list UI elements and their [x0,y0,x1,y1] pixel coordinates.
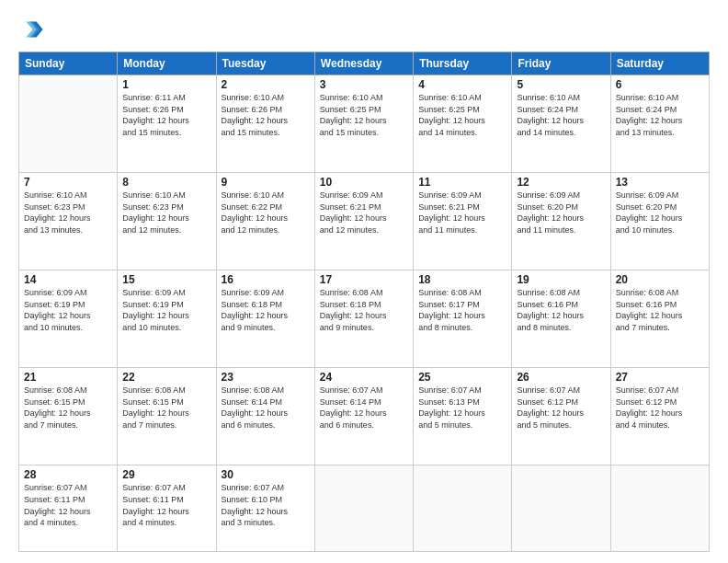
calendar-cell [414,465,512,552]
day-number: 14 [24,273,112,286]
calendar-cell: 25Sunrise: 6:07 AM Sunset: 6:13 PM Dayli… [414,368,512,465]
day-number: 10 [320,176,408,189]
calendar-cell [512,465,610,552]
day-info: Sunrise: 6:09 AM Sunset: 6:18 PM Dayligh… [222,287,310,333]
day-info: Sunrise: 6:08 AM Sunset: 6:14 PM Dayligh… [222,385,310,431]
day-number: 13 [616,176,704,189]
calendar-week-row: 1Sunrise: 6:11 AM Sunset: 6:26 PM Daylig… [19,75,710,173]
day-info: Sunrise: 6:08 AM Sunset: 6:17 PM Dayligh… [418,287,506,333]
day-info: Sunrise: 6:10 AM Sunset: 6:24 PM Dayligh… [517,92,605,138]
day-info: Sunrise: 6:10 AM Sunset: 6:24 PM Dayligh… [616,92,704,138]
day-info: Sunrise: 6:08 AM Sunset: 6:18 PM Dayligh… [320,287,408,333]
calendar-cell: 29Sunrise: 6:07 AM Sunset: 6:11 PM Dayli… [118,465,216,552]
calendar-cell: 9Sunrise: 6:10 AM Sunset: 6:22 PM Daylig… [216,173,314,270]
page: SundayMondayTuesdayWednesdayThursdayFrid… [0,0,728,563]
calendar-cell: 19Sunrise: 6:08 AM Sunset: 6:16 PM Dayli… [512,270,610,368]
calendar-cell: 22Sunrise: 6:08 AM Sunset: 6:15 PM Dayli… [118,368,216,465]
calendar-week-row: 21Sunrise: 6:08 AM Sunset: 6:15 PM Dayli… [19,368,710,465]
calendar-cell: 7Sunrise: 6:10 AM Sunset: 6:23 PM Daylig… [19,173,118,270]
calendar-cell: 16Sunrise: 6:09 AM Sunset: 6:18 PM Dayli… [216,270,314,368]
day-info: Sunrise: 6:10 AM Sunset: 6:25 PM Dayligh… [320,92,408,138]
calendar-cell [610,465,709,552]
day-number: 25 [418,371,506,384]
calendar-cell: 27Sunrise: 6:07 AM Sunset: 6:12 PM Dayli… [610,368,709,465]
calendar-cell [19,75,118,173]
day-info: Sunrise: 6:09 AM Sunset: 6:21 PM Dayligh… [418,190,506,236]
day-info: Sunrise: 6:07 AM Sunset: 6:10 PM Dayligh… [222,482,310,528]
day-number: 6 [616,78,704,91]
day-info: Sunrise: 6:07 AM Sunset: 6:12 PM Dayligh… [616,385,704,431]
header [18,17,710,42]
day-number: 4 [418,78,506,91]
day-number: 21 [24,371,112,384]
day-info: Sunrise: 6:09 AM Sunset: 6:20 PM Dayligh… [517,190,605,236]
day-number: 18 [418,273,506,286]
calendar-cell: 26Sunrise: 6:07 AM Sunset: 6:12 PM Dayli… [512,368,610,465]
day-number: 11 [418,176,506,189]
day-info: Sunrise: 6:09 AM Sunset: 6:19 PM Dayligh… [122,287,210,333]
calendar-cell: 11Sunrise: 6:09 AM Sunset: 6:21 PM Dayli… [414,173,512,270]
calendar-cell: 5Sunrise: 6:10 AM Sunset: 6:24 PM Daylig… [512,75,610,173]
calendar-cell: 14Sunrise: 6:09 AM Sunset: 6:19 PM Dayli… [19,270,118,368]
calendar-cell: 18Sunrise: 6:08 AM Sunset: 6:17 PM Dayli… [414,270,512,368]
weekday-header-sunday: Sunday [19,52,118,75]
day-number: 26 [517,371,605,384]
day-number: 15 [122,273,210,286]
weekday-header-monday: Monday [118,52,216,75]
calendar-cell: 8Sunrise: 6:10 AM Sunset: 6:23 PM Daylig… [118,173,216,270]
day-number: 2 [222,78,310,91]
calendar-cell: 23Sunrise: 6:08 AM Sunset: 6:14 PM Dayli… [216,368,314,465]
day-info: Sunrise: 6:07 AM Sunset: 6:11 PM Dayligh… [122,482,210,528]
calendar-cell: 3Sunrise: 6:10 AM Sunset: 6:25 PM Daylig… [314,75,413,173]
calendar-cell: 2Sunrise: 6:10 AM Sunset: 6:26 PM Daylig… [216,75,314,173]
logo [18,17,48,42]
weekday-header-tuesday: Tuesday [216,52,314,75]
day-info: Sunrise: 6:10 AM Sunset: 6:23 PM Dayligh… [24,190,112,236]
day-number: 12 [517,176,605,189]
day-number: 7 [24,176,112,189]
day-number: 30 [222,468,310,481]
logo-icon [18,17,44,42]
calendar-table: SundayMondayTuesdayWednesdayThursdayFrid… [18,52,710,552]
weekday-header-friday: Friday [512,52,610,75]
calendar-cell: 13Sunrise: 6:09 AM Sunset: 6:20 PM Dayli… [610,173,709,270]
day-info: Sunrise: 6:09 AM Sunset: 6:21 PM Dayligh… [320,190,408,236]
calendar-cell: 15Sunrise: 6:09 AM Sunset: 6:19 PM Dayli… [118,270,216,368]
day-info: Sunrise: 6:08 AM Sunset: 6:16 PM Dayligh… [616,287,704,333]
calendar-cell: 6Sunrise: 6:10 AM Sunset: 6:24 PM Daylig… [610,75,709,173]
weekday-header-saturday: Saturday [610,52,709,75]
day-info: Sunrise: 6:10 AM Sunset: 6:22 PM Dayligh… [222,190,310,236]
calendar-cell: 10Sunrise: 6:09 AM Sunset: 6:21 PM Dayli… [314,173,413,270]
day-number: 8 [122,176,210,189]
day-info: Sunrise: 6:07 AM Sunset: 6:14 PM Dayligh… [320,385,408,431]
day-number: 3 [320,78,408,91]
day-info: Sunrise: 6:09 AM Sunset: 6:20 PM Dayligh… [616,190,704,236]
calendar-cell: 17Sunrise: 6:08 AM Sunset: 6:18 PM Dayli… [314,270,413,368]
calendar-header-row: SundayMondayTuesdayWednesdayThursdayFrid… [19,52,710,75]
calendar-cell: 24Sunrise: 6:07 AM Sunset: 6:14 PM Dayli… [314,368,413,465]
day-number: 29 [122,468,210,481]
day-info: Sunrise: 6:07 AM Sunset: 6:13 PM Dayligh… [418,385,506,431]
calendar-week-row: 14Sunrise: 6:09 AM Sunset: 6:19 PM Dayli… [19,270,710,368]
calendar-week-row: 7Sunrise: 6:10 AM Sunset: 6:23 PM Daylig… [19,173,710,270]
calendar-cell: 4Sunrise: 6:10 AM Sunset: 6:25 PM Daylig… [414,75,512,173]
calendar-cell: 30Sunrise: 6:07 AM Sunset: 6:10 PM Dayli… [216,465,314,552]
day-number: 27 [616,371,704,384]
day-info: Sunrise: 6:10 AM Sunset: 6:26 PM Dayligh… [222,92,310,138]
calendar-cell: 20Sunrise: 6:08 AM Sunset: 6:16 PM Dayli… [610,270,709,368]
day-info: Sunrise: 6:08 AM Sunset: 6:15 PM Dayligh… [24,385,112,431]
calendar-cell: 21Sunrise: 6:08 AM Sunset: 6:15 PM Dayli… [19,368,118,465]
day-number: 17 [320,273,408,286]
day-number: 16 [222,273,310,286]
day-number: 24 [320,371,408,384]
day-number: 23 [222,371,310,384]
weekday-header-wednesday: Wednesday [314,52,413,75]
day-number: 1 [122,78,210,91]
day-info: Sunrise: 6:08 AM Sunset: 6:16 PM Dayligh… [517,287,605,333]
day-number: 9 [222,176,310,189]
day-info: Sunrise: 6:07 AM Sunset: 6:11 PM Dayligh… [24,482,112,528]
day-info: Sunrise: 6:10 AM Sunset: 6:25 PM Dayligh… [418,92,506,138]
calendar-week-row: 28Sunrise: 6:07 AM Sunset: 6:11 PM Dayli… [19,465,710,552]
day-info: Sunrise: 6:08 AM Sunset: 6:15 PM Dayligh… [122,385,210,431]
day-number: 28 [24,468,112,481]
